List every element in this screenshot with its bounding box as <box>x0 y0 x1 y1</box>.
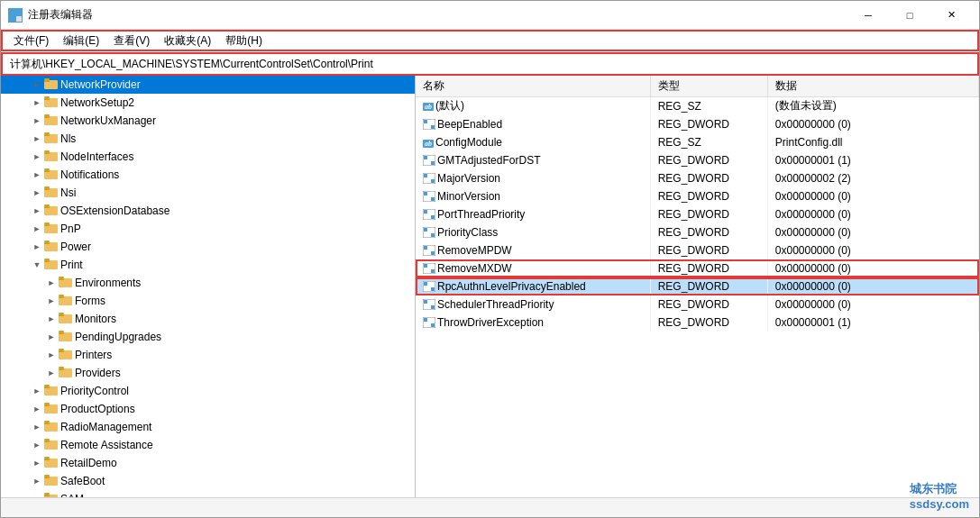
expand-icon[interactable]: ► <box>30 132 44 146</box>
svg-rect-8 <box>44 96 50 98</box>
expand-icon[interactable]: ► <box>30 474 44 488</box>
folder-icon <box>44 186 59 201</box>
tree-item-networkprovider[interactable]: ► NetworkProvider <box>1 76 415 94</box>
svg-rect-104 <box>424 282 427 286</box>
tree-item-label: ProductOptions <box>60 403 135 415</box>
svg-rect-21 <box>44 170 50 172</box>
tree-item-remoteassistance[interactable]: ► Remote Assistance <box>1 436 415 454</box>
menu-item-e[interactable]: 编辑(E) <box>56 32 106 50</box>
tree-item-pendingupgrades[interactable]: ► PendingUpgrades <box>1 328 415 346</box>
col-header-data[interactable]: 数据 <box>767 76 978 97</box>
registry-row[interactable]: abConfigModuleREG_SZPrintConfig.dll <box>416 133 979 151</box>
tree-item-providers[interactable]: ► Providers <box>1 364 415 382</box>
folder-icon <box>44 384 59 399</box>
registry-table-scroll[interactable]: 名称 类型 数据 ab(默认)REG_SZ(数值未设置) BeepEnabled… <box>416 76 979 497</box>
tree-item-forms[interactable]: ► Forms <box>1 292 415 310</box>
address-bar: 计算机\HKEY_LOCAL_MACHINE\SYSTEM\CurrentCon… <box>1 52 979 76</box>
tree-item-sam[interactable]: ► SAM <box>1 490 415 497</box>
menu-item-h[interactable]: 帮助(H) <box>218 32 270 50</box>
collapse-icon[interactable]: ▼ <box>30 258 44 272</box>
expand-icon[interactable]: ► <box>44 294 59 308</box>
expand-icon[interactable]: ► <box>30 95 44 110</box>
expand-icon[interactable]: ► <box>30 384 44 398</box>
expand-icon[interactable]: ► <box>30 204 44 218</box>
svg-rect-59 <box>44 403 50 404</box>
expand-icon[interactable]: ► <box>44 366 59 380</box>
tree-item-nodeinterfaces[interactable]: ► NodeInterfaces <box>1 148 415 166</box>
col-header-type[interactable]: 类型 <box>650 76 767 97</box>
tree-item-productoptions[interactable]: ► ProductOptions <box>1 400 415 418</box>
tree-item-retaildemo[interactable]: ► RetailDemo <box>1 454 415 472</box>
registry-row[interactable]: MajorVersionREG_DWORD0x00000002 (2) <box>416 169 979 187</box>
tree-item-power[interactable]: ► Power <box>1 238 415 256</box>
folder-icon <box>59 294 73 309</box>
registry-row[interactable]: RemoveMPDWREG_DWORD0x00000000 (0) <box>416 241 979 259</box>
folder-icon <box>59 276 73 291</box>
menu-item-v[interactable]: 查看(V) <box>106 32 157 50</box>
svg-rect-0 <box>9 9 14 14</box>
tree-item-nls[interactable]: ► Nls <box>1 130 415 148</box>
svg-rect-54 <box>59 368 64 370</box>
tree-item-environments[interactable]: ► Environments <box>1 274 415 292</box>
registry-row[interactable]: PriorityClassREG_DWORD0x00000000 (0) <box>416 223 979 241</box>
expand-icon[interactable]: ► <box>30 456 44 470</box>
expand-icon[interactable]: ► <box>44 276 59 290</box>
tree-item-radiomanagement[interactable]: ► RadioManagement <box>1 418 415 436</box>
folder-icon <box>59 330 73 345</box>
menu-item-f[interactable]: 文件(F) <box>6 32 56 50</box>
tree-item-notifications[interactable]: ► Notifications <box>1 166 415 184</box>
tree-item-safeboot[interactable]: ► SafeBoot <box>1 472 415 490</box>
expand-icon[interactable]: ► <box>44 330 59 344</box>
registry-row[interactable]: ThrowDriverExceptionREG_DWORD0x00000001 … <box>416 314 979 332</box>
svg-rect-63 <box>44 423 50 424</box>
registry-row[interactable]: MinorVersionREG_DWORD0x00000000 (0) <box>416 187 979 205</box>
registry-row[interactable]: PortThreadPriorityREG_DWORD0x00000000 (0… <box>416 205 979 223</box>
registry-cell-type: REG_DWORD <box>650 259 767 277</box>
tree-item-prioritycontrol[interactable]: ► PriorityControl <box>1 382 415 400</box>
tree-item-networksetup2[interactable]: ► NetworkSetup2 <box>1 94 415 112</box>
svg-rect-92 <box>424 210 427 214</box>
col-header-name[interactable]: 名称 <box>416 76 650 97</box>
registry-cell-type: REG_DWORD <box>650 115 767 133</box>
registry-cell-type: REG_SZ <box>650 133 767 151</box>
tree-item-print[interactable]: ▼ Print <box>1 256 415 274</box>
registry-row[interactable]: GMTAdjustedForDSTREG_DWORD0x00000001 (1) <box>416 151 979 169</box>
svg-rect-2 <box>9 16 14 22</box>
expand-icon[interactable]: ► <box>30 222 44 236</box>
registry-row[interactable]: SchedulerThreadPriorityREG_DWORD0x000000… <box>416 295 979 314</box>
expand-icon[interactable]: ► <box>30 438 44 452</box>
tree-item-monitors[interactable]: ► Monitors <box>1 310 415 328</box>
folder-icon <box>44 438 59 453</box>
reg-dword-icon <box>423 262 437 275</box>
registry-row[interactable]: RemoveMXDWREG_DWORD0x00000000 (0) <box>416 259 979 277</box>
expand-icon[interactable]: ► <box>30 240 44 254</box>
svg-rect-75 <box>44 495 50 496</box>
expand-icon[interactable]: ► <box>30 186 44 200</box>
expand-icon[interactable]: ► <box>44 312 59 326</box>
tree-item-pnp[interactable]: ► PnP <box>1 220 415 238</box>
menu-item-a[interactable]: 收藏夹(A) <box>157 32 218 50</box>
expand-icon[interactable]: ► <box>30 77 44 92</box>
minimize-button[interactable]: ─ <box>847 1 889 30</box>
registry-row[interactable]: RpcAuthnLevelPrivacyEnabledREG_DWORD0x00… <box>416 277 979 295</box>
registry-row[interactable]: BeepEnabledREG_DWORD0x00000000 (0) <box>416 115 979 133</box>
tree-item-printers[interactable]: ► Printers <box>1 346 415 364</box>
registry-cell-data: 0x00000001 (1) <box>767 151 978 169</box>
maximize-button[interactable]: □ <box>889 1 930 30</box>
registry-row[interactable]: ab(默认)REG_SZ(数值未设置) <box>416 97 979 115</box>
tree-item-networkuxmanager[interactable]: ► NetworkUxManager <box>1 112 415 130</box>
tree-item-osextensiondatabase[interactable]: ► OSExtensionDatabase <box>1 202 415 220</box>
expand-icon[interactable]: ► <box>30 402 44 416</box>
expand-icon[interactable]: ► <box>44 348 59 362</box>
svg-rect-33 <box>44 242 50 244</box>
svg-rect-50 <box>59 349 64 350</box>
expand-icon[interactable]: ► <box>30 150 44 164</box>
folder-icon <box>44 150 59 165</box>
expand-icon[interactable]: ► <box>30 114 44 128</box>
tree-panel[interactable]: ► NetworkProvider► NetworkSetup2► Networ… <box>1 76 416 497</box>
close-button[interactable]: ✕ <box>930 1 972 30</box>
registry-cell-name: ab(默认) <box>416 97 650 115</box>
tree-item-nsi[interactable]: ► Nsi <box>1 184 415 202</box>
expand-icon[interactable]: ► <box>30 168 44 182</box>
expand-icon[interactable]: ► <box>30 420 44 434</box>
